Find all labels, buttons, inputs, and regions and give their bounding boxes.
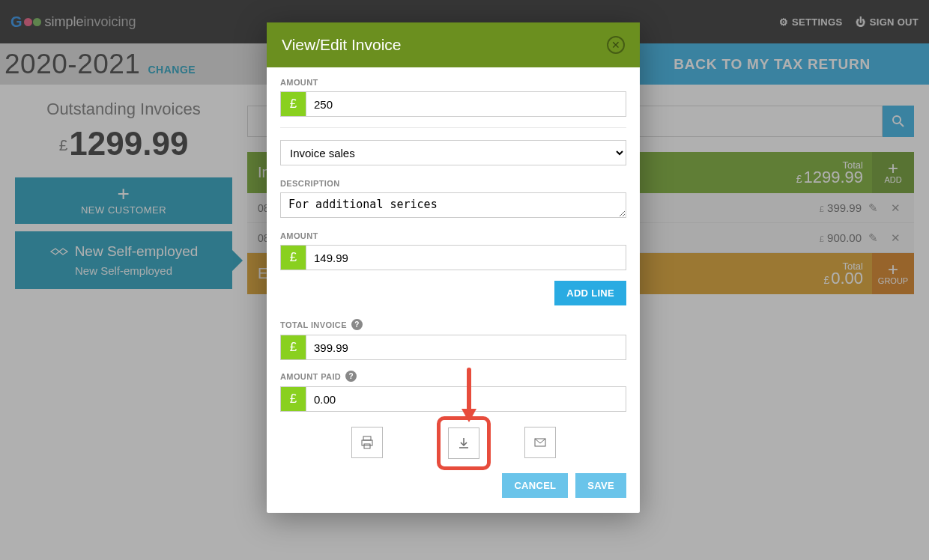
invoice-modal: View/Edit Invoice ✕ AMOUNT £ Invoice sal… bbox=[267, 22, 640, 513]
amount-input-2[interactable] bbox=[306, 245, 626, 270]
amount-input-1[interactable] bbox=[306, 91, 626, 117]
total-invoice-input[interactable] bbox=[306, 335, 626, 360]
svg-rect-4 bbox=[363, 436, 371, 440]
category-select[interactable]: Invoice sales bbox=[280, 140, 626, 165]
envelope-icon bbox=[533, 435, 548, 450]
currency-prefix: £ bbox=[280, 91, 306, 117]
download-button[interactable] bbox=[448, 427, 479, 459]
download-icon bbox=[456, 436, 471, 451]
help-icon[interactable]: ? bbox=[351, 319, 363, 330]
currency-prefix: £ bbox=[280, 245, 306, 270]
modal-title: View/Edit Invoice bbox=[282, 36, 402, 54]
amount-label-2: AMOUNT bbox=[280, 231, 626, 240]
svg-rect-5 bbox=[362, 440, 372, 445]
total-invoice-label: TOTAL INVOICE? bbox=[280, 319, 626, 330]
download-highlight bbox=[437, 416, 491, 470]
amount-label: AMOUNT bbox=[280, 78, 626, 87]
currency-prefix: £ bbox=[280, 386, 306, 412]
email-button[interactable] bbox=[524, 427, 556, 458]
close-icon[interactable]: ✕ bbox=[607, 36, 625, 54]
description-input[interactable]: For additional serices bbox=[280, 192, 626, 218]
currency-prefix: £ bbox=[280, 335, 306, 360]
modal-header: View/Edit Invoice ✕ bbox=[267, 22, 640, 67]
svg-rect-6 bbox=[364, 444, 370, 448]
print-button[interactable] bbox=[351, 427, 383, 458]
annotation-arrow bbox=[458, 367, 480, 424]
add-line-button[interactable]: ADD LINE bbox=[554, 281, 626, 305]
amount-paid-label: AMOUNT PAID? bbox=[280, 371, 626, 382]
save-button[interactable]: SAVE bbox=[575, 473, 626, 498]
description-label: DESCRIPTION bbox=[280, 179, 626, 188]
help-icon[interactable]: ? bbox=[345, 371, 357, 382]
printer-icon bbox=[360, 435, 375, 450]
cancel-button[interactable]: CANCEL bbox=[502, 473, 568, 498]
